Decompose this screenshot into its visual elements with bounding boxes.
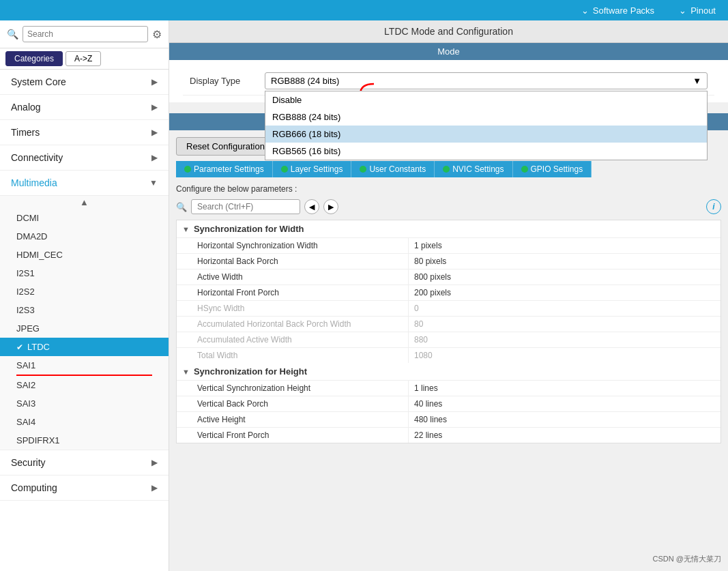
- param-value-hbp[interactable]: 80 pixels: [409, 254, 452, 269]
- tab-dot-layer: [281, 166, 288, 173]
- param-value-aaw: 880: [409, 332, 433, 347]
- subitem-sai2[interactable]: SAI2: [0, 376, 169, 394]
- subitem-sai4[interactable]: SAI4: [0, 413, 169, 431]
- subitem-i2s1[interactable]: I2S1: [0, 264, 169, 282]
- jpeg-label: JPEG: [16, 323, 40, 334]
- tab-nvic-settings[interactable]: NVIC Settings: [435, 161, 512, 177]
- param-name-ah: Active Height: [177, 412, 409, 427]
- software-packs-label: Software Packs: [593, 5, 654, 16]
- sidebar-item-analog[interactable]: Analog ▶: [0, 95, 169, 120]
- param-name-hbp: Horizontal Back Porch: [177, 254, 409, 269]
- next-arrow-btn[interactable]: ▶: [323, 199, 338, 214]
- sidebar: 🔍 ⚙ Categories A->Z System Core ▶ Analog…: [0, 20, 169, 571]
- param-row-aw: Active Width 800 pixels: [177, 269, 720, 284]
- chevron-right-icon: ▶: [151, 483, 158, 493]
- param-name-hsync: HSync Width: [177, 301, 409, 316]
- chevron-right-icon: ▶: [151, 128, 158, 137]
- subitem-hdmi-cec[interactable]: HDMI_CEC: [0, 246, 169, 264]
- search-params-input[interactable]: [191, 199, 300, 214]
- param-value-ah[interactable]: 480 lines: [409, 412, 452, 427]
- tab-dot-gpio: [521, 166, 528, 173]
- subitem-i2s2[interactable]: I2S2: [0, 282, 169, 301]
- sidebar-item-timers[interactable]: Timers ▶: [0, 120, 169, 145]
- tab-dot-params: [184, 166, 191, 173]
- param-value-vsh[interactable]: 1 lines: [409, 381, 443, 396]
- subitem-sai3[interactable]: SAI3: [0, 394, 169, 413]
- option-rgb888[interactable]: RGB888 (24 bits): [265, 108, 707, 126]
- param-row-aaw: Accumulated Active Width 880: [177, 332, 720, 347]
- option-rgb666[interactable]: RGB666 (18 bits): [265, 126, 707, 143]
- config-section: Reset Configuration Parameter Settings L…: [169, 130, 728, 450]
- gear-icon[interactable]: ⚙: [152, 28, 162, 41]
- subitem-spdifrx1[interactable]: SPDIFRX1: [0, 431, 169, 450]
- sidebar-item-multimedia[interactable]: Multimedia ▼: [0, 171, 169, 196]
- system-core-label: System Core: [11, 76, 66, 87]
- pinout-btn[interactable]: ⌄ Pinout: [667, 0, 728, 20]
- check-icon: ✔: [16, 342, 23, 352]
- subitem-sai1[interactable]: SAI1: [0, 356, 169, 375]
- group-chevron-icon2: ▼: [182, 368, 190, 376]
- option-disable[interactable]: Disable: [265, 91, 707, 108]
- sidebar-item-connectivity[interactable]: Connectivity ▶: [0, 145, 169, 171]
- reset-config-btn[interactable]: Reset Configuration: [176, 137, 275, 156]
- search-params-row: 🔍 ◀ ▶ i: [176, 199, 721, 214]
- group-sync-width-header[interactable]: ▼ Synchronization for Width: [177, 220, 720, 237]
- panel-title: LTDC Mode and Configuration: [169, 20, 728, 43]
- param-value-tw: 1080: [409, 348, 438, 363]
- tab-parameter-settings[interactable]: Parameter Settings: [176, 161, 273, 177]
- tab-categories[interactable]: Categories: [5, 51, 63, 66]
- param-value-vfp[interactable]: 22 lines: [409, 428, 448, 443]
- tab-dot-user: [360, 166, 366, 173]
- tab-nvic-label: NVIC Settings: [452, 164, 504, 174]
- tab-gpio-settings[interactable]: GPIO Settings: [513, 161, 592, 177]
- tab-user-constants[interactable]: User Constants: [351, 161, 435, 177]
- param-value-vbp[interactable]: 40 lines: [409, 396, 448, 411]
- param-row-vsh: Vertical Synchronization Height 1 lines: [177, 380, 720, 396]
- option-rgb565[interactable]: RGB565 (16 bits): [265, 143, 707, 160]
- analog-label: Analog: [11, 102, 41, 113]
- sidebar-item-security[interactable]: Security ▶: [0, 450, 169, 475]
- search-input[interactable]: [23, 26, 148, 42]
- timers-label: Timers: [11, 127, 40, 138]
- param-name-hsw: Horizontal Synchronization Width: [177, 238, 409, 253]
- param-name-aaw: Accumulated Active Width: [177, 332, 409, 347]
- display-type-value: RGB888 (24 bits): [271, 76, 339, 86]
- config-tabs: Parameter Settings Layer Settings User C…: [176, 161, 721, 177]
- i2s2-label: I2S2: [16, 287, 35, 297]
- subitem-i2s3[interactable]: I2S3: [0, 301, 169, 319]
- chevron-right-icon: ▶: [151, 77, 158, 87]
- group-sync-height-header[interactable]: ▼ Synchronization for Height: [177, 363, 720, 380]
- i2s3-label: I2S3: [16, 305, 35, 315]
- search-params-icon: 🔍: [176, 202, 187, 212]
- software-packs-btn[interactable]: ⌄ Software Packs: [569, 0, 667, 20]
- info-icon[interactable]: i: [706, 199, 721, 214]
- tab-gpio-label: GPIO Settings: [531, 164, 583, 174]
- scroll-up-btn[interactable]: ▲: [0, 196, 169, 209]
- dropdown-chevron-icon: ▼: [693, 76, 701, 86]
- subitem-jpeg[interactable]: JPEG: [0, 319, 169, 338]
- display-type-dropdown: Disable RGB888 (24 bits) RGB666 (18 bits…: [265, 91, 708, 160]
- chevron-down-icon2: ⌄: [679, 5, 686, 16]
- ltdc-label: LTDC: [27, 342, 50, 352]
- param-name-ahbpw: Accumulated Horizontal Back Porch Width: [177, 317, 409, 332]
- prev-arrow-btn[interactable]: ◀: [304, 199, 319, 214]
- tab-user-label: User Constants: [369, 164, 426, 174]
- tab-layer-settings[interactable]: Layer Settings: [273, 161, 352, 177]
- param-value-aw[interactable]: 800 pixels: [409, 269, 456, 284]
- sai4-label: SAI4: [16, 417, 35, 427]
- group-chevron-icon: ▼: [182, 225, 190, 233]
- search-icon: 🔍: [7, 29, 18, 40]
- tab-az[interactable]: A->Z: [65, 51, 101, 66]
- subitem-ltdc[interactable]: ✔ LTDC: [0, 338, 169, 356]
- group-sync-width-label: Synchronization for Width: [194, 224, 304, 234]
- param-value-hfp[interactable]: 200 pixels: [409, 285, 456, 300]
- param-value-hsw[interactable]: 1 pixels: [409, 238, 448, 253]
- sidebar-item-computing[interactable]: Computing ▶: [0, 475, 169, 501]
- display-type-field[interactable]: RGB888 (24 bits) ▼: [265, 72, 708, 89]
- subitem-dcmi[interactable]: DCMI: [0, 209, 169, 227]
- display-type-row: Display Type RGB888 (24 bits) ▼ Disable …: [183, 67, 714, 96]
- subitem-dma2d[interactable]: DMA2D: [0, 227, 169, 246]
- sidebar-item-system-core[interactable]: System Core ▶: [0, 70, 169, 95]
- security-label: Security: [11, 457, 46, 468]
- param-row-hbp: Horizontal Back Porch 80 pixels: [177, 253, 720, 269]
